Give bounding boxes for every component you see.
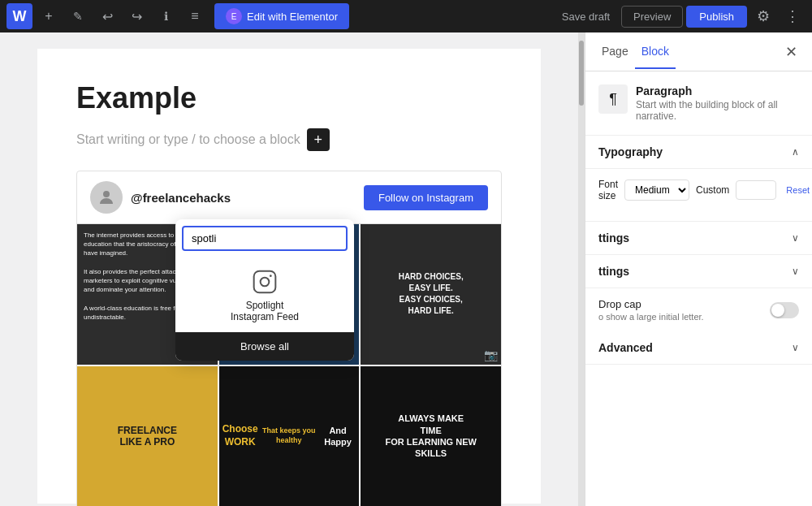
drop-cap-toggle[interactable] bbox=[770, 302, 799, 318]
undo-button[interactable]: ↩ bbox=[94, 3, 120, 29]
editor-scroll-area[interactable]: Example Start writing or type / to choos… bbox=[0, 32, 578, 506]
more-options-button[interactable]: ⋮ bbox=[780, 3, 806, 29]
list-icon: ≡ bbox=[191, 9, 198, 24]
edit-elementor-label: Edit with Elementor bbox=[247, 11, 338, 23]
browse-all-button[interactable]: Browse all bbox=[175, 332, 354, 361]
instagram-icon bbox=[252, 269, 278, 295]
profile-name: @freelancehacks bbox=[131, 191, 231, 205]
block-search-input[interactable] bbox=[182, 226, 348, 251]
font-size-row: Font size Medium Small Large Custom Rese… bbox=[598, 179, 799, 201]
custom-font-size-input[interactable] bbox=[736, 180, 776, 200]
right-panel: Page Block ✕ ¶ Paragraph Start with the … bbox=[585, 32, 812, 506]
instagram-plugin-icon bbox=[250, 267, 279, 296]
instagram-header: @freelancehacks Follow on Instagram bbox=[77, 171, 501, 224]
camera-icon: 📷 bbox=[484, 348, 498, 361]
typography-chevron-icon: ∧ bbox=[792, 146, 799, 158]
instagram-profile: @freelancehacks bbox=[90, 181, 231, 214]
editor-wrapper: Example Start writing or type / to choos… bbox=[0, 32, 585, 506]
avatar bbox=[90, 181, 123, 214]
custom-label: Custom bbox=[696, 184, 729, 196]
editor-scrollbar[interactable] bbox=[578, 32, 585, 506]
add-block-inline-button[interactable]: + bbox=[307, 128, 330, 151]
ellipsis-icon: ⋮ bbox=[785, 7, 800, 25]
popup-result-item[interactable]: SpotlightInstagram Feed bbox=[175, 257, 354, 332]
block-info-text: Paragraph Start with the building block … bbox=[636, 84, 799, 122]
choose-work-image: ChooseWORK That keeps you healthy And Ha… bbox=[219, 366, 360, 506]
person-icon bbox=[97, 188, 116, 207]
edit-toolbar-button[interactable]: ✎ bbox=[65, 3, 91, 29]
settings-button[interactable]: ⚙ bbox=[750, 3, 776, 29]
placeholder-text: Start writing or type / to choose a bloc… bbox=[76, 132, 300, 147]
block-info: ¶ Paragraph Start with the building bloc… bbox=[585, 71, 812, 136]
settings-1-label: ttings bbox=[598, 231, 629, 244]
editor-content: Example Start writing or type / to choos… bbox=[37, 49, 541, 504]
svg-point-3 bbox=[270, 275, 272, 277]
page-title[interactable]: Example bbox=[76, 81, 502, 115]
gear-icon: ⚙ bbox=[757, 7, 770, 25]
advanced-chevron-icon: ∨ bbox=[792, 342, 799, 353]
redo-icon: ↪ bbox=[132, 9, 142, 24]
svg-point-0 bbox=[103, 191, 110, 197]
grid-item[interactable]: ALWAYS MAKETIMEFOR LEARNING NEWSKILLS bbox=[361, 366, 501, 506]
svg-point-2 bbox=[261, 278, 270, 287]
publish-button[interactable]: Publish bbox=[686, 6, 747, 28]
elementor-avatar: E bbox=[226, 8, 242, 24]
typography-section-header[interactable]: Typography ∧ bbox=[585, 136, 812, 169]
info-button[interactable]: ℹ bbox=[153, 3, 179, 29]
grid-item[interactable]: FREELANCELIKE A PRO bbox=[77, 366, 218, 506]
settings-section-1-header[interactable]: ttings ∨ bbox=[585, 222, 812, 255]
main-toolbar: W + ✎ ↩ ↪ ℹ ≡ E Edit with Elementor Save… bbox=[0, 0, 812, 32]
drop-cap-label: Drop cap bbox=[598, 298, 704, 310]
settings-2-label: ttings bbox=[598, 265, 629, 278]
settings-2-chevron-icon: ∨ bbox=[792, 266, 799, 277]
main-layout: Example Start writing or type / to choos… bbox=[0, 32, 812, 506]
list-view-button[interactable]: ≡ bbox=[182, 3, 208, 29]
typography-label: Typography bbox=[598, 145, 663, 158]
undo-icon: ↩ bbox=[102, 9, 113, 24]
drop-cap-desc: o show a large initial letter. bbox=[598, 312, 704, 322]
paragraph-icon: ¶ bbox=[598, 84, 628, 114]
block-desc-label: Start with the building block of all nar… bbox=[636, 99, 799, 122]
block-placeholder: Start writing or type / to choose a bloc… bbox=[76, 128, 502, 151]
always-make-image: ALWAYS MAKETIMEFOR LEARNING NEWSKILLS bbox=[361, 366, 501, 506]
save-draft-button[interactable]: Save draft bbox=[554, 6, 618, 28]
popup-result-label: SpotlightInstagram Feed bbox=[231, 300, 299, 322]
scrollbar-thumb bbox=[579, 41, 584, 106]
wp-logo[interactable]: W bbox=[6, 3, 32, 29]
drop-cap-row: Drop cap o show a large initial letter. bbox=[585, 288, 812, 331]
pencil-icon: ✎ bbox=[73, 10, 83, 23]
choices-image: HARD CHOICES,EASY LIFE.EASY CHOICES,HARD… bbox=[361, 224, 501, 365]
drop-cap-text: Drop cap o show a large initial letter. bbox=[598, 298, 704, 322]
preview-button[interactable]: Preview bbox=[621, 6, 683, 28]
grid-item[interactable]: ChooseWORK That keeps you healthy And Ha… bbox=[219, 366, 360, 506]
settings-section-2-header[interactable]: ttings ∨ bbox=[585, 255, 812, 288]
add-icon: + bbox=[45, 9, 52, 24]
redo-button[interactable]: ↪ bbox=[123, 3, 149, 29]
tab-page[interactable]: Page bbox=[595, 35, 635, 69]
block-search-popup: ✕ SpotlightInstagram Feed Browse all bbox=[175, 219, 354, 361]
block-name-label: Paragraph bbox=[636, 84, 799, 97]
settings-1-chevron-icon: ∨ bbox=[792, 232, 799, 244]
panel-tabs: Page Block ✕ bbox=[585, 32, 812, 71]
advanced-label: Advanced bbox=[598, 341, 653, 354]
grid-item[interactable]: HARD CHOICES,EASY LIFE.EASY CHOICES,HARD… bbox=[361, 224, 501, 365]
svg-rect-1 bbox=[254, 271, 276, 293]
tab-block[interactable]: Block bbox=[635, 35, 676, 69]
advanced-section-header[interactable]: Advanced ∨ bbox=[585, 331, 812, 365]
info-icon: ℹ bbox=[164, 10, 168, 23]
toggle-knob bbox=[771, 304, 784, 317]
reset-button[interactable]: Reset bbox=[783, 184, 812, 197]
typography-content: Font size Medium Small Large Custom Rese… bbox=[585, 169, 812, 222]
font-size-label: Font size bbox=[598, 179, 618, 201]
edit-with-elementor-button[interactable]: E Edit with Elementor bbox=[214, 3, 349, 29]
popup-search-container bbox=[175, 219, 354, 257]
follow-instagram-button[interactable]: Follow on Instagram bbox=[364, 185, 488, 210]
font-size-select[interactable]: Medium Small Large bbox=[624, 179, 689, 201]
panel-close-button[interactable]: ✕ bbox=[780, 41, 802, 63]
freelance-image: FREELANCELIKE A PRO bbox=[77, 366, 218, 506]
add-block-toolbar-button[interactable]: + bbox=[36, 3, 62, 29]
